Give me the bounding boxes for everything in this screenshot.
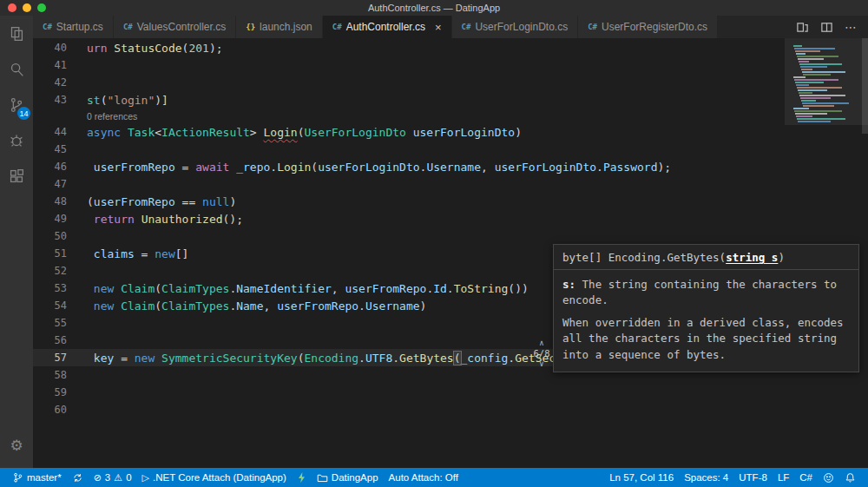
line-number[interactable]: 47 — [33, 178, 80, 190]
settings-gear-icon[interactable]: ⚙ — [0, 428, 33, 463]
close-window-button[interactable] — [8, 3, 16, 12]
tab-bar: C#Startup.csC#ValuesController.cs{}launc… — [33, 16, 868, 38]
line-number[interactable]: 49 — [33, 213, 80, 225]
code-line-60[interactable]: 60 — [33, 401, 856, 418]
line-number[interactable]: 51 — [33, 247, 80, 260]
tab-valuescontroller-cs[interactable]: C#ValuesController.cs — [114, 16, 236, 38]
code-line-40[interactable]: 40urn StatusCode(201); — [33, 39, 856, 56]
json-icon: {} — [246, 23, 255, 31]
extensions-icon[interactable] — [0, 158, 33, 194]
code-line-48[interactable]: 48(userFromRepo == null) — [33, 193, 856, 210]
code-line-47[interactable]: 47 — [33, 175, 856, 193]
language-mode[interactable]: C# — [794, 468, 818, 487]
vscode-window: AuthController.cs — DatingApp 14 ⚙ — [0, 0, 868, 487]
workspace-folder[interactable]: DatingApp — [312, 468, 384, 487]
line-number[interactable]: 58 — [33, 369, 80, 381]
bell-icon — [845, 472, 856, 484]
signature-line: byte[] Encoding.GetBytes(string s) — [554, 245, 858, 269]
tab-startup-cs[interactable]: C#Startup.cs — [33, 16, 114, 38]
line-number[interactable]: 53 — [33, 282, 80, 294]
encoding-setting[interactable]: UTF-8 — [733, 468, 773, 487]
activity-bar: 14 ⚙ — [0, 16, 33, 468]
line-number[interactable]: 40 — [33, 42, 80, 54]
more-actions-icon[interactable]: ⋯ — [845, 20, 858, 34]
tab-authcontroller-cs[interactable]: C#AuthController.cs× — [323, 16, 452, 38]
code-editor[interactable]: 40urn StatusCode(201);414243st("login")]… — [33, 38, 868, 468]
codelens-references[interactable]: 0 references — [80, 111, 137, 122]
signature-count: 6/8 — [532, 348, 551, 359]
parameter-hints-popup: byte[] Encoding.GetBytes(string s) s: Th… — [553, 244, 859, 372]
status-bar: master* ⊘ 3 ⚠ 0 ▷ .NET Core Attach (Dati… — [0, 468, 868, 487]
minimize-window-button[interactable] — [23, 3, 31, 12]
tab-launch-json[interactable]: {}launch.json — [236, 16, 323, 38]
attach-indicator[interactable] — [292, 468, 312, 487]
code-line-50[interactable]: 50 — [33, 227, 856, 245]
split-editor-icon[interactable] — [820, 21, 833, 34]
cursor-position[interactable]: Ln 57, Col 116 — [604, 468, 679, 487]
line-number[interactable]: 56 — [33, 334, 80, 346]
code-line-44[interactable]: 44async Task<IActionResult> Login(UserFo… — [33, 123, 856, 141]
line-number[interactable]: 54 — [33, 299, 80, 312]
editor-actions: ⋯ — [786, 16, 868, 38]
tab-bar-tabs: C#Startup.csC#ValuesController.cs{}launc… — [33, 16, 718, 38]
eol-setting[interactable]: LF — [773, 468, 794, 487]
csharp-icon: C# — [462, 23, 471, 31]
auto-attach-toggle[interactable]: Auto Attach: Off — [384, 468, 464, 487]
close-tab-icon[interactable]: × — [435, 22, 442, 33]
code-line-43[interactable]: 43st("login")] — [33, 91, 856, 109]
feedback-button[interactable] — [818, 468, 839, 487]
next-signature-icon[interactable]: ∨ — [532, 359, 551, 369]
line-number[interactable]: 46 — [33, 161, 80, 173]
line-number[interactable]: 50 — [33, 230, 80, 242]
line-number[interactable]: 42 — [33, 76, 80, 89]
sync-button[interactable] — [67, 468, 89, 487]
csharp-icon: C# — [123, 23, 133, 31]
problems-indicator[interactable]: ⊘ 3 ⚠ 0 — [89, 468, 137, 487]
indentation-setting[interactable]: Spaces: 4 — [679, 468, 733, 487]
prev-signature-icon[interactable]: ∧ — [532, 339, 551, 348]
scm-badge: 14 — [17, 107, 30, 120]
titlebar[interactable]: AuthController.cs — DatingApp — [0, 0, 868, 16]
signature-docs: s: The string containing the characters … — [554, 269, 858, 372]
method-doc: When overridden in a derived class, enco… — [562, 315, 850, 362]
line-number[interactable]: 45 — [33, 143, 80, 155]
vertical-scrollbar[interactable] — [862, 38, 868, 468]
explorer-icon[interactable] — [0, 16, 33, 51]
code-line-45[interactable]: 45 — [33, 141, 856, 158]
code-line-49[interactable]: 49 return Unauthorized(); — [33, 210, 856, 227]
smiley-icon — [823, 472, 834, 484]
tab-label: launch.json — [260, 21, 312, 33]
play-icon: ▷ — [142, 472, 149, 484]
warning-icon: ⚠ — [114, 472, 122, 484]
tab-label: AuthController.cs — [346, 21, 425, 33]
line-number[interactable]: 60 — [33, 404, 80, 416]
code-line-41[interactable]: 41 — [33, 56, 856, 74]
debug-target[interactable]: ▷ .NET Core Attach (DatingApp) — [137, 468, 292, 487]
tab-userforregisterdto-cs[interactable]: C#UserForRegisterDto.cs — [578, 16, 718, 38]
search-icon[interactable] — [0, 51, 33, 87]
sync-icon — [72, 472, 83, 484]
tab-label: UserForLoginDto.cs — [475, 21, 568, 33]
line-number[interactable]: 43 — [33, 94, 80, 106]
line-number[interactable]: 57 — [33, 352, 80, 364]
line-number[interactable]: 48 — [33, 195, 80, 207]
debug-icon[interactable] — [0, 122, 33, 158]
code-line-42[interactable]: 42 — [33, 74, 856, 91]
line-number[interactable]: 55 — [33, 317, 80, 329]
line-number[interactable]: 41 — [33, 59, 80, 71]
minimap-slider[interactable] — [785, 38, 868, 125]
branch-indicator[interactable]: master* — [7, 468, 67, 487]
line-number[interactable]: 52 — [33, 265, 80, 277]
source-control-icon[interactable]: 14 — [0, 87, 33, 122]
open-changes-icon[interactable] — [796, 21, 809, 34]
code-line-59[interactable]: 59 — [33, 384, 856, 401]
notifications-button[interactable] — [839, 468, 861, 487]
line-number[interactable]: 59 — [33, 386, 80, 398]
folder-icon — [317, 472, 328, 484]
line-number[interactable]: 44 — [33, 126, 80, 138]
active-parameter: string s — [726, 251, 778, 264]
error-icon: ⊘ — [94, 472, 102, 484]
code-line-46[interactable]: 46 userFromRepo = await _repo.Login(user… — [33, 158, 856, 175]
tab-userforlogindto-cs[interactable]: C#UserForLoginDto.cs — [452, 16, 579, 38]
zoom-window-button[interactable] — [37, 3, 46, 12]
